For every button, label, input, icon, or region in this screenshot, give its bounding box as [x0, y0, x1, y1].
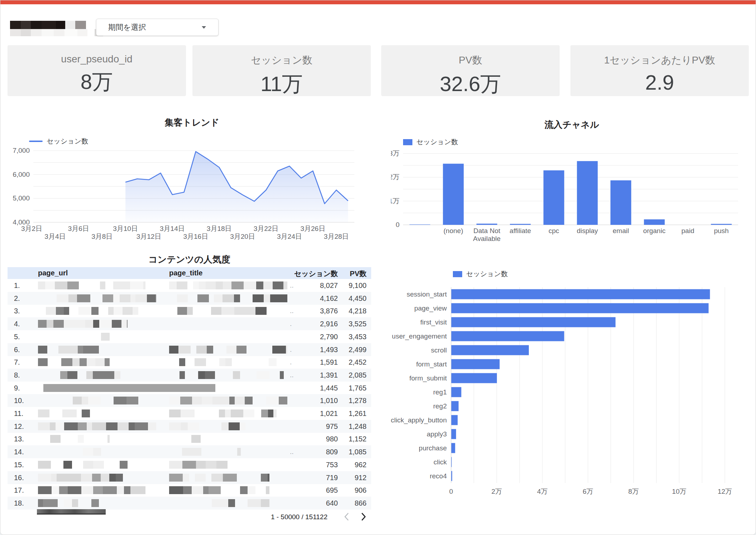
row-index: 12.: [14, 422, 24, 431]
row-index: 18.: [14, 499, 24, 507]
cell-pv: 2,499: [349, 346, 367, 354]
table-row[interactable]: 13.9801,152: [8, 432, 371, 445]
date-range-selector[interactable]: 期間を選択: [96, 19, 219, 36]
redacted-text: [38, 320, 128, 328]
table-row[interactable]: 12.9751,248: [8, 420, 371, 433]
table-row[interactable]: 16.719912: [8, 471, 371, 484]
row-index: 8.: [14, 371, 20, 379]
table-row[interactable]: 17.695906: [8, 484, 371, 497]
table-pagination: 1 - 50000 / 151122: [8, 510, 371, 523]
redacted-text: [169, 358, 277, 366]
scorecard-value: 8万: [8, 68, 186, 96]
bar-push: [711, 224, 732, 225]
cell-pv: 3,453: [349, 333, 367, 341]
logo-redacted-row: [10, 21, 86, 29]
svg-text:5,000: 5,000: [13, 194, 30, 202]
redacted-text: [38, 474, 131, 482]
table-row[interactable]: 3...3,8764,218: [8, 304, 371, 317]
table-row[interactable]: 2.4,1624,450: [8, 292, 371, 305]
row-index: 10.: [14, 397, 24, 405]
svg-text:3月22日: 3月22日: [254, 225, 279, 232]
table-row[interactable]: 14...8091,085: [8, 445, 371, 458]
cell-sessions: 1,021: [320, 409, 338, 418]
table-row[interactable]: 4..2,9163,525: [8, 317, 371, 330]
scorecard-label: PV数: [381, 53, 560, 67]
col-header-sessions: セッション数: [294, 269, 338, 279]
redacted-text: [43, 384, 215, 392]
svg-text:0: 0: [396, 221, 399, 228]
table-row[interactable]: 7..1,5912,452: [8, 356, 371, 369]
table-row[interactable]: 15.753962: [8, 458, 371, 471]
cell-pv: 912: [355, 474, 367, 482]
bar-reco4: [451, 471, 453, 481]
cell-pv: 2,452: [349, 358, 367, 366]
legend-label: セッション数: [466, 269, 508, 279]
cell-pv: 1,765: [349, 384, 367, 392]
svg-text:3万: 3万: [391, 150, 399, 157]
legend-line-swatch: [29, 141, 43, 142]
table-row[interactable]: 11.1,0211,261: [8, 407, 371, 420]
svg-text:8万: 8万: [628, 488, 639, 495]
cell-pv: 9,100: [349, 281, 367, 290]
row-index: 15.: [14, 461, 24, 469]
svg-text:3月10日: 3月10日: [113, 225, 138, 232]
cell-sessions: 1,010: [320, 397, 338, 405]
table-row[interactable]: 5.2,7903,453: [8, 330, 371, 343]
svg-text:3月2日: 3月2日: [21, 225, 42, 232]
bar-email: [611, 180, 631, 225]
table-row[interactable]: 9.1,4451,765: [8, 382, 371, 394]
svg-text:affiliate: affiliate: [509, 227, 531, 235]
svg-text:user_engagement: user_engagement: [392, 332, 447, 340]
bar-page_view: [451, 303, 709, 313]
row-index: 7.: [14, 358, 20, 366]
row-index: 14.: [14, 448, 24, 456]
cell-sessions: 1,391: [320, 371, 338, 379]
redacted-text: [169, 307, 277, 315]
cell-sessions: 695: [326, 486, 338, 494]
row-index: 6.: [14, 346, 20, 354]
cell-pv: 1,278: [349, 397, 367, 405]
svg-text:6,000: 6,000: [13, 171, 30, 178]
legend: セッション数: [403, 137, 458, 147]
svg-text:scroll: scroll: [431, 346, 447, 354]
cell-pv: 1,152: [349, 435, 367, 443]
svg-text:10万: 10万: [672, 488, 686, 495]
svg-text:1万: 1万: [391, 197, 399, 205]
truncation-dots: .: [290, 346, 292, 354]
redacted-text: [169, 435, 223, 443]
redacted-text: [169, 486, 269, 494]
cell-pv: 1,261: [349, 409, 367, 418]
svg-text:2万: 2万: [391, 173, 399, 181]
cell-sessions: 4,162: [320, 294, 338, 303]
svg-text:4万: 4万: [537, 488, 548, 495]
chart-title: 流入チャネル: [391, 119, 753, 131]
bar-purchase: [451, 443, 455, 453]
table-row[interactable]: 10.1,0101,278: [8, 394, 371, 407]
scorecard-value: 11万: [192, 70, 371, 98]
pagination-prev-icon[interactable]: [343, 512, 350, 522]
chevron-down-icon: [202, 26, 206, 29]
trend-line-svg: 4,0005,0006,0007,0003月2日3月6日3月10日3月14日3月…: [11, 114, 373, 248]
table-row[interactable]: 18.640866: [8, 497, 371, 510]
redacted-text: [38, 397, 145, 404]
svg-text:0: 0: [449, 488, 453, 495]
bar-apply3: [451, 429, 456, 439]
pagination-next-icon[interactable]: [360, 512, 367, 522]
chart-title: 集客トレンド: [11, 117, 373, 128]
table-row[interactable]: 6..1,4932,499: [8, 343, 371, 356]
redacted-text: [169, 281, 287, 289]
truncation-dots: ..: [290, 371, 294, 379]
redacted-text: [169, 461, 259, 469]
redacted-text: [38, 281, 145, 289]
events-bar-svg: 02万4万6万8万10万12万session_startpage_viewfir…: [391, 266, 753, 517]
chart-acquisition-trend: 集客トレンド セッション数 4,0005,0006,0007,0003月2日3月…: [11, 114, 373, 248]
table-row[interactable]: 1...8,0279,100: [8, 279, 371, 292]
svg-text:email: email: [613, 227, 629, 235]
svg-text:Data Not: Data Not: [473, 227, 501, 235]
svg-text:3月20日: 3月20日: [230, 233, 255, 240]
svg-text:3月24日: 3月24日: [277, 233, 302, 240]
cell-pv: 4,450: [349, 294, 367, 303]
svg-text:(none): (none): [444, 227, 463, 235]
date-range-label: 期間を選択: [108, 19, 146, 35]
table-row[interactable]: 8...1,3912,085: [8, 369, 371, 382]
